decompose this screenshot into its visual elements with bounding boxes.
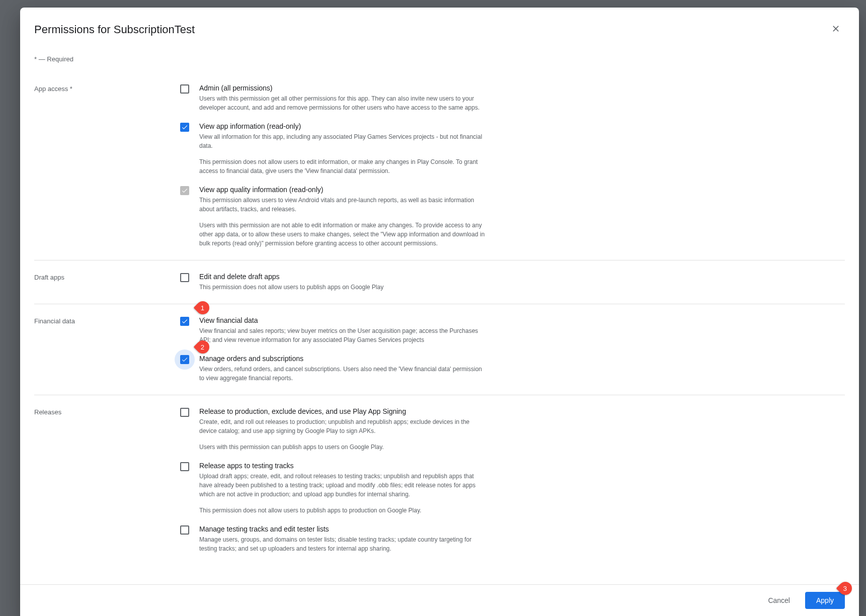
perm-desc: This permission does not allow users to … [199,283,487,292]
checkbox-manage-testing[interactable] [180,525,189,535]
close-icon [831,24,841,35]
cancel-button[interactable]: Cancel [757,592,801,609]
section-label: Financial data [34,316,180,383]
perm-desc: View all information for this app, inclu… [199,132,487,150]
section-app-access: App access * Admin (all permissions) Use… [34,72,845,260]
section-label: Draft apps [34,273,180,292]
checkbox-view-financial[interactable] [180,317,189,326]
perm-admin: Admin (all permissions) Users with this … [180,84,487,112]
perm-title: View app information (read-only) [199,122,487,130]
section-releases: Releases Release to production, exclude … [34,395,845,565]
perm-title: View financial data [199,316,487,324]
perm-desc: Upload draft apps; create, edit, and rol… [199,472,487,499]
perm-desc: This permission allows users to view And… [199,196,487,214]
section-financial-data: Financial data 1 View financial data Vie… [34,304,845,395]
checkbox-focus-ring [175,349,195,370]
perm-desc: View financial and sales reports; view b… [199,326,487,344]
perm-desc: Manage users, groups, and domains on tes… [199,535,487,553]
section-content: Edit and delete draft apps This permissi… [180,273,487,292]
perm-view-app-info: View app information (read-only) View al… [180,122,487,175]
section-draft-apps: Draft apps Edit and delete draft apps Th… [34,260,845,304]
perm-title: Release to production, exclude devices, … [199,407,487,415]
section-content: Release to production, exclude devices, … [180,407,487,553]
perm-release-production: Release to production, exclude devices, … [180,407,487,452]
perm-title: Admin (all permissions) [199,84,487,92]
perm-desc: This permission does not allow users to … [199,157,487,175]
section-label: App access * [34,84,180,248]
close-button[interactable] [827,20,845,39]
perm-title: View app quality information (read-only) [199,186,487,194]
required-note: * — Required [34,55,845,63]
perm-desc: Users with this permission are not able … [199,221,487,248]
checkbox-release-testing[interactable] [180,462,189,471]
perm-view-quality: View app quality information (read-only)… [180,186,487,248]
annotation-num: 2 [201,343,204,350]
perm-manage-testing: Manage testing tracks and edit tester li… [180,525,487,553]
perm-title: Edit and delete draft apps [199,273,487,281]
checkbox-admin[interactable] [180,84,189,94]
dialog-title: Permissions for SubscriptionTest [34,23,195,36]
section-content: 1 View financial data View financial and… [180,316,487,383]
annotation-num: 3 [843,584,847,592]
perm-release-testing: Release apps to testing tracks Upload dr… [180,462,487,515]
dialog-footer: Cancel 3 Apply [20,584,859,616]
perm-desc: Users with this permission can publish a… [199,443,487,452]
perm-desc: Create, edit, and roll out releases to p… [199,417,487,435]
perm-view-financial: 1 View financial data View financial and… [180,316,487,344]
perm-title: Release apps to testing tracks [199,462,487,470]
perm-title: Manage orders and subscriptions [199,355,487,363]
dialog-header: Permissions for SubscriptionTest [20,8,859,43]
checkbox-edit-draft[interactable] [180,273,189,282]
dialog-body[interactable]: * — Required App access * Admin (all per… [20,43,859,584]
annotation-num: 1 [201,304,204,311]
checkbox-view-app-info[interactable] [180,123,189,132]
perm-desc: Users with this permission get all other… [199,94,487,112]
perm-desc: View orders, refund orders, and cancel s… [199,365,487,383]
section-label: Releases [34,407,180,553]
section-content: Admin (all permissions) Users with this … [180,84,487,248]
checkbox-release-production[interactable] [180,408,189,417]
checkbox-view-quality [180,186,189,195]
apply-button[interactable]: Apply [805,592,845,609]
perm-edit-draft: Edit and delete draft apps This permissi… [180,273,487,292]
permissions-dialog: Permissions for SubscriptionTest * — Req… [20,8,859,616]
perm-manage-orders: 2 Manage orders and subscriptions View o… [180,355,487,383]
perm-desc: This permission does not allow users to … [199,506,487,515]
perm-title: Manage testing tracks and edit tester li… [199,525,487,533]
